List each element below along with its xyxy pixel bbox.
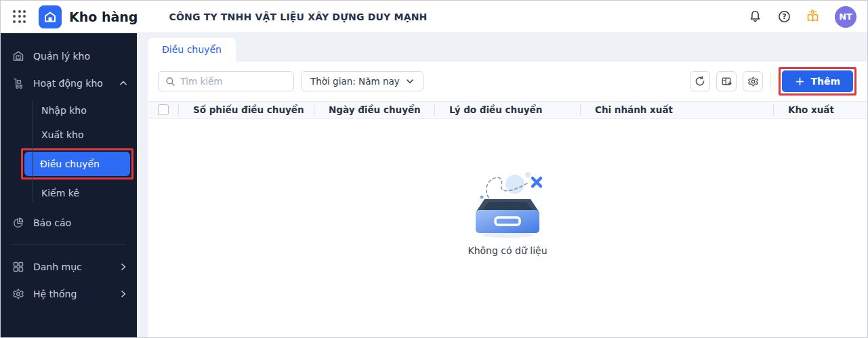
time-filter-dropdown[interactable]: Thời gian: Năm nay (301, 71, 423, 91)
add-button[interactable]: + Thêm (782, 70, 853, 92)
sidebar-item-label: Báo cáo (33, 217, 71, 228)
search-box[interactable] (158, 71, 294, 91)
help-icon[interactable]: ? (777, 9, 791, 24)
chevron-up-icon (119, 79, 127, 87)
user-avatar[interactable]: NT (835, 6, 856, 28)
app-window: Kho hàng CÔNG TY TNHH VẬT LIỆU XÂY DỰNG … (0, 0, 868, 338)
sidebar-item-hoat-dong-kho[interactable]: Hoạt động kho (1, 70, 137, 97)
trolley-icon (12, 77, 24, 89)
sidebar-item-label: Hoạt động kho (33, 78, 103, 89)
sidebar-item-kiem-ke[interactable]: Kiểm kê (1, 181, 137, 205)
sidebar-item-he-thong[interactable]: Hệ thống (1, 280, 137, 308)
app-logo-icon[interactable] (39, 5, 62, 28)
refresh-icon (695, 76, 705, 87)
table-header-kho-xuat[interactable]: Kho xuất (773, 104, 867, 115)
settings-button[interactable] (743, 71, 763, 91)
select-all-checkbox[interactable] (158, 104, 169, 115)
notification-bell-icon[interactable] (747, 9, 762, 24)
topbar: Kho hàng CÔNG TY TNHH VẬT LIỆU XÂY DỰNG … (1, 1, 867, 33)
tab-bar: Điều chuyển (148, 33, 867, 62)
empty-state: Không có dữ liệu (148, 119, 867, 337)
search-icon (165, 77, 175, 87)
app-launcher-icon[interactable] (12, 9, 28, 25)
pie-chart-icon (12, 217, 24, 229)
sidebar-item-xuat-kho[interactable]: Xuất kho (1, 123, 137, 147)
grid-icon (12, 261, 24, 273)
svg-text:?: ? (782, 12, 786, 20)
sidebar-item-bao-cao[interactable]: Báo cáo (1, 209, 137, 236)
gear-icon (12, 288, 24, 300)
gear-icon (747, 76, 759, 87)
add-button-label: Thêm (810, 76, 840, 87)
toolbar: Thời gian: Năm nay (148, 62, 867, 101)
table-header-so-phieu[interactable]: Số phiếu điều chuyển (178, 104, 314, 115)
table-header-ly-do[interactable]: Lý do điều chuyển (434, 104, 580, 115)
app-title: Kho hàng (69, 9, 138, 24)
table-header-chi-nhanh-xuat[interactable]: Chi nhánh xuất (580, 104, 773, 115)
sidebar-item-label: Điều chuyển (40, 159, 100, 169)
chevron-right-icon (119, 263, 127, 271)
table-header-ngay[interactable]: Ngày điều chuyển (314, 104, 434, 115)
sidebar-item-nhap-kho[interactable]: Nhập kho (1, 98, 137, 123)
empty-state-text: Không có dữ liệu (468, 245, 547, 256)
refresh-button[interactable] (690, 71, 710, 91)
sidebar-item-label: Xuất kho (41, 129, 84, 140)
time-filter-label: Thời gian: Năm nay (310, 76, 400, 87)
table-columns-icon (721, 76, 732, 87)
company-name: CÔNG TY TNHH VẬT LIỆU XÂY DỰNG DUY MẠNH (169, 12, 427, 22)
sidebar-item-dieu-chuyen[interactable]: Điều chuyển (24, 152, 130, 176)
table-header-checkbox-cell (148, 104, 178, 115)
annotation-box-them: + Thêm (779, 67, 856, 96)
sidebar-item-label: Hệ thống (33, 289, 77, 299)
table-header-row: Số phiếu điều chuyển Ngày điều chuyển Lý… (148, 101, 867, 119)
toolbar-divider (770, 73, 771, 89)
sidebar-divider (12, 245, 126, 245)
sidebar-submenu: Nhập kho Xuất kho Điều chuyển Kiểm kê (1, 97, 137, 209)
tips-guide-icon[interactable] (806, 9, 821, 24)
sidebar-item-label: Quản lý kho (33, 51, 90, 62)
sidebar-item-quan-ly-kho[interactable]: Quản lý kho (1, 43, 137, 70)
sidebar-item-danh-muc[interactable]: Danh mục (1, 253, 137, 280)
tab-dieu-chuyen[interactable]: Điều chuyển (148, 38, 236, 62)
sidebar-item-label: Nhập kho (41, 105, 87, 116)
content-panel: Thời gian: Năm nay (148, 62, 867, 337)
annotation-box-dieu-chuyen: Điều chuyển (21, 148, 133, 179)
plus-icon: + (795, 76, 804, 87)
sidebar-item-label: Kiểm kê (41, 188, 79, 198)
empty-box-illustration (466, 169, 550, 238)
chevron-right-icon (119, 290, 127, 298)
search-input[interactable] (180, 76, 287, 87)
warehouse-icon (12, 50, 24, 62)
sidebar-item-label: Danh mục (33, 261, 82, 272)
sidebar: Quản lý kho Hoạt động kho Nhập kho (1, 33, 137, 337)
chevron-down-icon (406, 77, 414, 85)
main-content: Điều chuyển Thời gian: Năm nay (137, 33, 867, 337)
column-settings-button[interactable] (716, 71, 737, 91)
